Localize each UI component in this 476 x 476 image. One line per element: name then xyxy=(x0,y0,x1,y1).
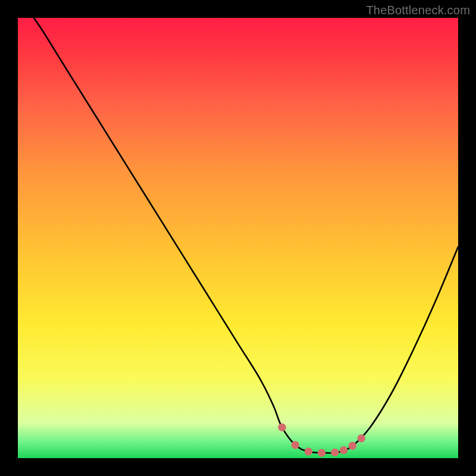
bottleneck-curve xyxy=(18,18,458,453)
chart-frame: TheBottleneck.com xyxy=(0,0,476,476)
marker-dot xyxy=(305,447,312,455)
marker-dot xyxy=(278,424,286,431)
marker-dot xyxy=(349,442,356,450)
plot-area xyxy=(18,18,458,458)
marker-dot xyxy=(331,449,339,456)
marker-dot xyxy=(340,446,347,454)
chart-svg xyxy=(18,18,458,458)
marker-dot xyxy=(318,449,325,456)
marker-dot xyxy=(358,434,365,442)
marker-dot xyxy=(292,441,299,449)
watermark-text: TheBottleneck.com xyxy=(366,4,470,17)
